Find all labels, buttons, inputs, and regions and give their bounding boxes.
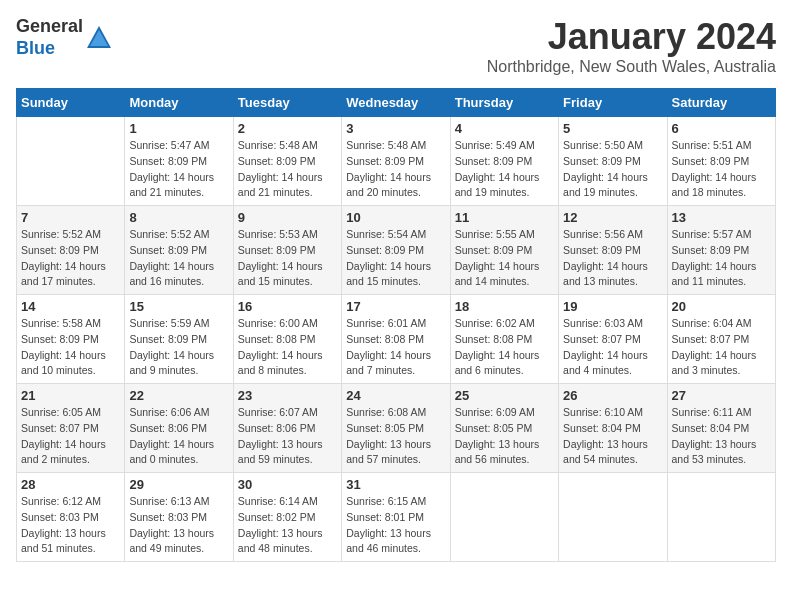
day-number: 6 <box>672 121 771 136</box>
day-cell: 13Sunrise: 5:57 AMSunset: 8:09 PMDayligh… <box>667 206 775 295</box>
day-number: 15 <box>129 299 228 314</box>
day-info: Sunrise: 5:52 AMSunset: 8:09 PMDaylight:… <box>129 227 228 290</box>
day-info: Sunrise: 6:04 AMSunset: 8:07 PMDaylight:… <box>672 316 771 379</box>
day-number: 2 <box>238 121 337 136</box>
day-info: Sunrise: 6:15 AMSunset: 8:01 PMDaylight:… <box>346 494 445 557</box>
day-number: 1 <box>129 121 228 136</box>
day-cell: 15Sunrise: 5:59 AMSunset: 8:09 PMDayligh… <box>125 295 233 384</box>
column-header-wednesday: Wednesday <box>342 89 450 117</box>
day-info: Sunrise: 5:54 AMSunset: 8:09 PMDaylight:… <box>346 227 445 290</box>
day-number: 10 <box>346 210 445 225</box>
day-number: 14 <box>21 299 120 314</box>
day-number: 25 <box>455 388 554 403</box>
day-info: Sunrise: 6:07 AMSunset: 8:06 PMDaylight:… <box>238 405 337 468</box>
day-number: 17 <box>346 299 445 314</box>
day-number: 23 <box>238 388 337 403</box>
logo-general: General <box>16 16 83 36</box>
day-cell: 7Sunrise: 5:52 AMSunset: 8:09 PMDaylight… <box>17 206 125 295</box>
day-number: 13 <box>672 210 771 225</box>
day-cell <box>559 473 667 562</box>
day-number: 26 <box>563 388 662 403</box>
day-number: 8 <box>129 210 228 225</box>
day-info: Sunrise: 5:51 AMSunset: 8:09 PMDaylight:… <box>672 138 771 201</box>
day-info: Sunrise: 5:59 AMSunset: 8:09 PMDaylight:… <box>129 316 228 379</box>
location: Northbridge, New South Wales, Australia <box>487 58 776 76</box>
day-cell: 5Sunrise: 5:50 AMSunset: 8:09 PMDaylight… <box>559 117 667 206</box>
day-info: Sunrise: 5:55 AMSunset: 8:09 PMDaylight:… <box>455 227 554 290</box>
day-info: Sunrise: 6:01 AMSunset: 8:08 PMDaylight:… <box>346 316 445 379</box>
day-number: 29 <box>129 477 228 492</box>
calendar-header: SundayMondayTuesdayWednesdayThursdayFrid… <box>17 89 776 117</box>
week-row-1: 1Sunrise: 5:47 AMSunset: 8:09 PMDaylight… <box>17 117 776 206</box>
day-number: 21 <box>21 388 120 403</box>
day-cell: 25Sunrise: 6:09 AMSunset: 8:05 PMDayligh… <box>450 384 558 473</box>
day-cell: 28Sunrise: 6:12 AMSunset: 8:03 PMDayligh… <box>17 473 125 562</box>
day-cell: 4Sunrise: 5:49 AMSunset: 8:09 PMDaylight… <box>450 117 558 206</box>
day-cell: 18Sunrise: 6:02 AMSunset: 8:08 PMDayligh… <box>450 295 558 384</box>
column-header-monday: Monday <box>125 89 233 117</box>
title-block: January 2024 Northbridge, New South Wale… <box>487 16 776 76</box>
column-header-saturday: Saturday <box>667 89 775 117</box>
week-row-4: 21Sunrise: 6:05 AMSunset: 8:07 PMDayligh… <box>17 384 776 473</box>
day-number: 30 <box>238 477 337 492</box>
day-info: Sunrise: 6:03 AMSunset: 8:07 PMDaylight:… <box>563 316 662 379</box>
day-number: 12 <box>563 210 662 225</box>
day-cell: 10Sunrise: 5:54 AMSunset: 8:09 PMDayligh… <box>342 206 450 295</box>
day-cell: 9Sunrise: 5:53 AMSunset: 8:09 PMDaylight… <box>233 206 341 295</box>
day-cell: 12Sunrise: 5:56 AMSunset: 8:09 PMDayligh… <box>559 206 667 295</box>
day-cell: 1Sunrise: 5:47 AMSunset: 8:09 PMDaylight… <box>125 117 233 206</box>
day-info: Sunrise: 5:48 AMSunset: 8:09 PMDaylight:… <box>238 138 337 201</box>
day-info: Sunrise: 6:05 AMSunset: 8:07 PMDaylight:… <box>21 405 120 468</box>
day-number: 11 <box>455 210 554 225</box>
day-number: 22 <box>129 388 228 403</box>
day-number: 3 <box>346 121 445 136</box>
day-cell: 14Sunrise: 5:58 AMSunset: 8:09 PMDayligh… <box>17 295 125 384</box>
day-cell: 8Sunrise: 5:52 AMSunset: 8:09 PMDaylight… <box>125 206 233 295</box>
day-cell: 16Sunrise: 6:00 AMSunset: 8:08 PMDayligh… <box>233 295 341 384</box>
day-info: Sunrise: 5:58 AMSunset: 8:09 PMDaylight:… <box>21 316 120 379</box>
day-info: Sunrise: 5:48 AMSunset: 8:09 PMDaylight:… <box>346 138 445 201</box>
day-info: Sunrise: 5:57 AMSunset: 8:09 PMDaylight:… <box>672 227 771 290</box>
day-info: Sunrise: 6:08 AMSunset: 8:05 PMDaylight:… <box>346 405 445 468</box>
day-cell: 11Sunrise: 5:55 AMSunset: 8:09 PMDayligh… <box>450 206 558 295</box>
day-info: Sunrise: 5:49 AMSunset: 8:09 PMDaylight:… <box>455 138 554 201</box>
calendar-body: 1Sunrise: 5:47 AMSunset: 8:09 PMDaylight… <box>17 117 776 562</box>
calendar-table: SundayMondayTuesdayWednesdayThursdayFrid… <box>16 88 776 562</box>
day-info: Sunrise: 6:12 AMSunset: 8:03 PMDaylight:… <box>21 494 120 557</box>
day-cell: 3Sunrise: 5:48 AMSunset: 8:09 PMDaylight… <box>342 117 450 206</box>
day-number: 19 <box>563 299 662 314</box>
week-row-2: 7Sunrise: 5:52 AMSunset: 8:09 PMDaylight… <box>17 206 776 295</box>
day-cell: 22Sunrise: 6:06 AMSunset: 8:06 PMDayligh… <box>125 384 233 473</box>
day-number: 27 <box>672 388 771 403</box>
day-number: 20 <box>672 299 771 314</box>
day-number: 28 <box>21 477 120 492</box>
column-header-friday: Friday <box>559 89 667 117</box>
day-cell: 29Sunrise: 6:13 AMSunset: 8:03 PMDayligh… <box>125 473 233 562</box>
logo: General Blue <box>16 16 113 59</box>
day-info: Sunrise: 5:47 AMSunset: 8:09 PMDaylight:… <box>129 138 228 201</box>
day-info: Sunrise: 5:50 AMSunset: 8:09 PMDaylight:… <box>563 138 662 201</box>
day-info: Sunrise: 6:09 AMSunset: 8:05 PMDaylight:… <box>455 405 554 468</box>
column-header-sunday: Sunday <box>17 89 125 117</box>
day-info: Sunrise: 6:10 AMSunset: 8:04 PMDaylight:… <box>563 405 662 468</box>
day-cell: 2Sunrise: 5:48 AMSunset: 8:09 PMDaylight… <box>233 117 341 206</box>
logo-icon <box>85 24 113 52</box>
day-info: Sunrise: 6:14 AMSunset: 8:02 PMDaylight:… <box>238 494 337 557</box>
day-number: 5 <box>563 121 662 136</box>
week-row-5: 28Sunrise: 6:12 AMSunset: 8:03 PMDayligh… <box>17 473 776 562</box>
day-info: Sunrise: 6:13 AMSunset: 8:03 PMDaylight:… <box>129 494 228 557</box>
day-number: 31 <box>346 477 445 492</box>
day-cell: 17Sunrise: 6:01 AMSunset: 8:08 PMDayligh… <box>342 295 450 384</box>
day-number: 24 <box>346 388 445 403</box>
day-cell <box>450 473 558 562</box>
day-cell: 23Sunrise: 6:07 AMSunset: 8:06 PMDayligh… <box>233 384 341 473</box>
day-cell: 21Sunrise: 6:05 AMSunset: 8:07 PMDayligh… <box>17 384 125 473</box>
day-cell: 31Sunrise: 6:15 AMSunset: 8:01 PMDayligh… <box>342 473 450 562</box>
column-header-tuesday: Tuesday <box>233 89 341 117</box>
day-cell: 6Sunrise: 5:51 AMSunset: 8:09 PMDaylight… <box>667 117 775 206</box>
day-cell: 24Sunrise: 6:08 AMSunset: 8:05 PMDayligh… <box>342 384 450 473</box>
day-info: Sunrise: 6:02 AMSunset: 8:08 PMDaylight:… <box>455 316 554 379</box>
day-number: 16 <box>238 299 337 314</box>
day-cell: 19Sunrise: 6:03 AMSunset: 8:07 PMDayligh… <box>559 295 667 384</box>
month-title: January 2024 <box>487 16 776 58</box>
